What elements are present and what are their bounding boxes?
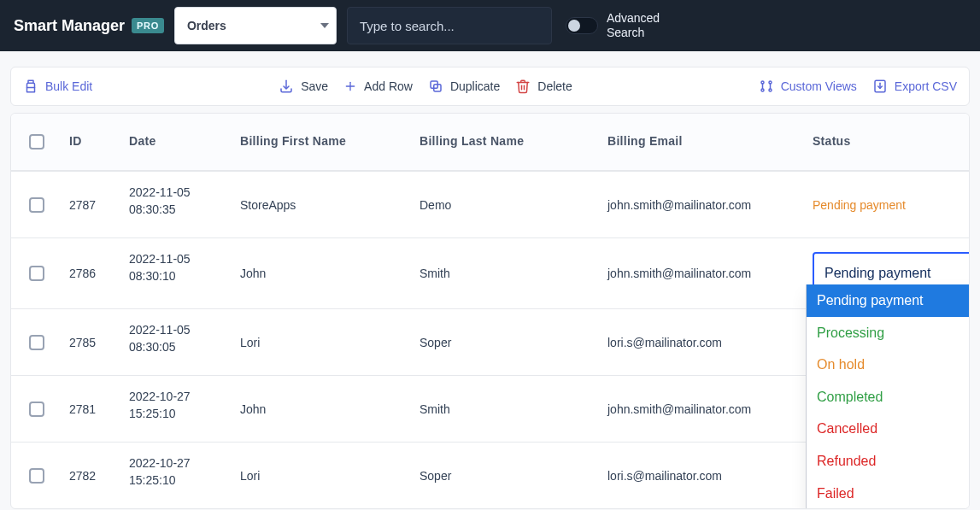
cell-status[interactable]: Pending paymentPending paymentProcessing… [806, 237, 970, 308]
row-checkbox-cell [11, 442, 62, 508]
status-option[interactable]: Pending payment [807, 284, 970, 317]
cell-time-value: 08:30:35 [129, 202, 226, 216]
row-checkbox-cell [11, 171, 62, 237]
printer-icon [23, 79, 38, 94]
header-billing-first[interactable]: Billing First Name [233, 114, 413, 170]
status-option[interactable]: Refunded [807, 445, 970, 478]
save-label: Save [301, 79, 328, 93]
header-date[interactable]: Date [122, 114, 233, 170]
cell-billing-last[interactable]: Demo [413, 171, 601, 237]
status-option[interactable]: On hold [807, 349, 970, 381]
row-checkbox[interactable] [29, 197, 44, 213]
row-checkbox[interactable] [29, 266, 44, 281]
cell-status[interactable]: Pending payment [806, 171, 970, 237]
save-button[interactable]: Save [279, 79, 328, 94]
cell-billing-email[interactable]: john.smith@mailinator.com [601, 171, 806, 237]
cell-billing-email[interactable]: lori.s@mailinator.com [601, 442, 806, 508]
cell-date-value: 2022-11-05 [129, 185, 226, 199]
cell-date[interactable]: 2022-11-0508:30:05 [122, 308, 233, 375]
table-header-row: ID Date Billing First Name Billing Last … [11, 114, 969, 171]
duplicate-button[interactable]: Duplicate [428, 79, 500, 94]
search [347, 7, 552, 44]
cell-billing-email[interactable]: john.smith@mailinator.com [601, 375, 806, 442]
search-input[interactable] [347, 7, 552, 44]
cell-time-value: 15:25:10 [129, 473, 226, 487]
cell-billing-last[interactable]: Smith [413, 237, 601, 308]
header-id[interactable]: ID [62, 114, 122, 170]
status-dropdown: Pending paymentProcessingOn holdComplete… [806, 284, 970, 509]
toolbar-left: Bulk Edit [23, 79, 92, 94]
toolbar-center: Save Add Row Duplicate Delete [279, 79, 572, 94]
select-all-checkbox[interactable] [29, 134, 44, 149]
add-row-button[interactable]: Add Row [343, 79, 413, 93]
cell-time-value: 15:25:10 [129, 407, 226, 420]
table: ID Date Billing First Name Billing Last … [10, 113, 970, 509]
cell-id[interactable]: 2787 [62, 171, 122, 237]
copy-icon [428, 79, 443, 94]
cell-date[interactable]: 2022-11-0508:30:35 [122, 171, 233, 237]
advanced-search: Advanced Search [566, 11, 660, 40]
cell-billing-first[interactable]: Lori [233, 308, 413, 375]
toolbar-right: Custom Views Export CSV [759, 79, 957, 94]
bulk-edit-label: Bulk Edit [45, 79, 92, 93]
cell-date-value: 2022-10-27 [129, 390, 226, 403]
cell-date[interactable]: 2022-11-0508:30:10 [122, 237, 233, 308]
cell-date[interactable]: 2022-10-2715:25:10 [122, 375, 233, 442]
cell-billing-first[interactable]: John [233, 375, 413, 442]
custom-views-button[interactable]: Custom Views [759, 79, 857, 94]
save-icon [279, 79, 294, 94]
cell-id[interactable]: 2782 [62, 442, 122, 508]
advanced-search-label: Advanced Search [607, 11, 660, 40]
header-status[interactable]: Status [806, 114, 969, 170]
row-checkbox[interactable] [29, 335, 44, 350]
row-checkbox-cell [11, 375, 62, 442]
export-csv-label: Export CSV [895, 79, 957, 93]
cell-date[interactable]: 2022-10-2715:25:10 [122, 442, 233, 508]
header-billing-email[interactable]: Billing Email [601, 114, 806, 170]
status-option[interactable]: Processing [807, 317, 970, 349]
cell-billing-first[interactable]: StoreApps [233, 171, 413, 237]
cell-id[interactable]: 2781 [62, 375, 122, 442]
status-option[interactable]: Cancelled [807, 413, 970, 445]
cell-date-value: 2022-11-05 [129, 252, 226, 266]
export-icon [872, 79, 888, 94]
delete-label: Delete [537, 79, 572, 93]
plus-icon [343, 79, 357, 93]
cell-billing-email[interactable]: lori.s@mailinator.com [601, 308, 806, 375]
toggle-knob [568, 20, 580, 32]
add-row-label: Add Row [364, 79, 413, 93]
custom-views-label: Custom Views [781, 79, 857, 93]
app-header: Smart Manager PRO Orders Advanced Search [0, 0, 980, 51]
toolbar: Bulk Edit Save Add Row Duplicate Delete … [10, 67, 970, 106]
cell-id[interactable]: 2785 [62, 308, 122, 375]
status-option[interactable]: Completed [807, 381, 970, 413]
advanced-search-label-line2: Search [607, 26, 660, 40]
header-checkbox-cell [11, 114, 62, 170]
row-checkbox[interactable] [29, 468, 44, 484]
status-option[interactable]: Failed [807, 478, 970, 509]
bulk-edit-button[interactable]: Bulk Edit [23, 79, 92, 94]
cell-billing-first[interactable]: John [233, 237, 413, 308]
header-billing-last[interactable]: Billing Last Name [413, 114, 601, 170]
cell-billing-last[interactable]: Soper [413, 308, 601, 375]
row-checkbox[interactable] [29, 402, 44, 417]
export-csv-button[interactable]: Export CSV [872, 79, 957, 94]
cell-time-value: 08:30:10 [129, 269, 226, 283]
row-checkbox-cell [11, 237, 62, 308]
trash-icon [515, 79, 531, 94]
brand: Smart Manager PRO [14, 17, 164, 35]
cell-id[interactable]: 2786 [62, 237, 122, 308]
duplicate-label: Duplicate [450, 79, 500, 93]
cell-billing-email[interactable]: john.smith@mailinator.com [601, 237, 806, 308]
cell-billing-last[interactable]: Smith [413, 375, 601, 442]
delete-button[interactable]: Delete [515, 79, 572, 94]
cell-time-value: 08:30:05 [129, 340, 226, 354]
advanced-search-label-line1: Advanced [607, 11, 660, 26]
row-checkbox-cell [11, 308, 62, 375]
status-select-value: Pending payment [824, 266, 931, 281]
cell-billing-last[interactable]: Soper [413, 442, 601, 508]
advanced-search-toggle[interactable] [566, 17, 598, 34]
cell-billing-first[interactable]: Lori [233, 442, 413, 508]
svg-rect-0 [27, 88, 35, 92]
entity-select[interactable]: Orders [174, 7, 337, 44]
